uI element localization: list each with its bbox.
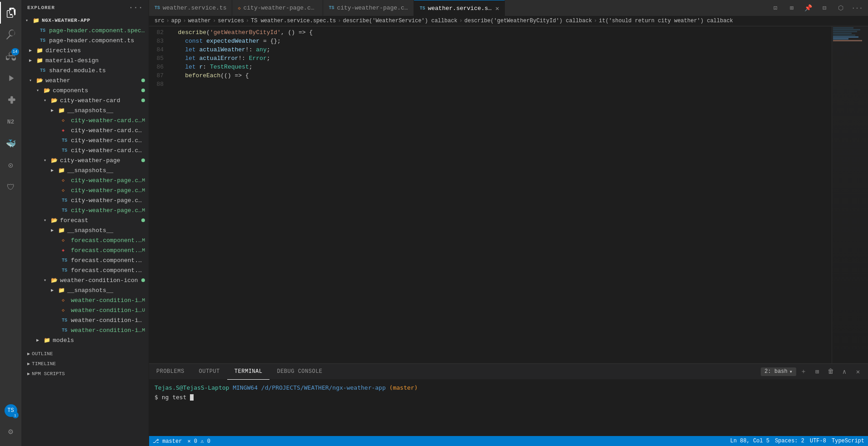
pinned-icon[interactable]: 📌 [801, 1, 815, 15]
settings-icon[interactable]: ⚙ [0, 421, 22, 442]
user-avatar[interactable]: TS 1 [5, 404, 17, 417]
terminal-shell-selector[interactable]: 2: bash ▾ [761, 367, 796, 376]
list-item[interactable]: ▾ 📂 city-weather-page [22, 155, 149, 165]
file-label: city-weather-card.component... [71, 117, 142, 124]
list-item[interactable]: ◇ weather-condition-icon.comp... U [22, 305, 149, 315]
file-label: city-weather-card.component.spec... [71, 137, 145, 144]
list-item[interactable]: ▶ 📁 __snapshots__ [22, 225, 149, 235]
list-item[interactable]: ◇ city-weather-page.compone... M [22, 175, 149, 185]
tab-city-weather-html[interactable]: ◇ city-weather-page.component.html [232, 0, 323, 16]
html-file-icon: ◇ [62, 297, 69, 303]
list-item[interactable]: ◈ city-weather-card.component.scss [22, 125, 149, 135]
sidebar-menu-button[interactable]: ··· [129, 4, 143, 12]
more-options-icon[interactable]: ··· [850, 1, 864, 15]
scss-file-icon: ◈ [62, 128, 69, 133]
search-icon[interactable] [0, 24, 22, 45]
status-cursor-position[interactable]: Ln 88, Col 5 [730, 438, 769, 444]
list-item[interactable]: ◇ forecast.component.html M [22, 235, 149, 245]
folder-icon: 📁 [58, 227, 65, 234]
tab-city-weather-spec[interactable]: TS city-weather-page.component.spec.ts [323, 0, 414, 16]
file-label: forecast.component.html [71, 237, 142, 244]
status-errors[interactable]: ✕ 0 ⚠ 0 [187, 438, 210, 445]
list-item[interactable]: TS city-weather-card.component.ts [22, 145, 149, 155]
tab-terminal[interactable]: TERMINAL [227, 364, 270, 380]
tab-close-button[interactable]: ✕ [495, 5, 499, 12]
modified-badge: M [142, 118, 145, 123]
tab-ts-icon: TS [155, 5, 160, 10]
list-item[interactable]: ◇ weather-condition-icon.com... M [22, 295, 149, 305]
source-control-icon[interactable]: 14 [0, 45, 22, 67]
code-line: let r: TestRequest; [171, 63, 832, 71]
tab-weather-service-ts[interactable]: TS weather.service.ts [149, 0, 232, 16]
remote-icon[interactable]: ⊙ [0, 154, 22, 176]
list-item[interactable]: ▾ 📂 components [22, 85, 149, 95]
code-editor[interactable]: 82 83 84 85 86 87 88 describe('getWeathe… [149, 26, 832, 363]
extensions-icon[interactable] [0, 89, 22, 111]
shield-icon[interactable]: 🛡 [0, 176, 22, 198]
split-terminal-button[interactable]: ⊞ [811, 365, 823, 378]
list-item[interactable]: TS city-weather-page.compone... M [22, 205, 149, 215]
folder-arrow: ▶ [51, 168, 58, 173]
root-arrow: ▾ [25, 18, 33, 23]
list-item[interactable]: TS forecast.component.ts [22, 265, 149, 275]
list-item[interactable]: TS city-weather-page.component.spe... [22, 195, 149, 205]
list-item[interactable]: TS weather-condition-icon.com... M [22, 325, 149, 335]
ts-file-icon: TS [62, 208, 69, 213]
tab-ts-icon: TS [329, 5, 334, 10]
open-editors-icon[interactable]: ⊡ [768, 1, 783, 15]
tab-debug-console[interactable]: DEBUG CONSOLE [269, 364, 329, 380]
list-item[interactable]: ▾ 📂 weather-condition-icon [22, 275, 149, 285]
ts-file-icon: TS [40, 38, 47, 43]
ts-file-icon: TS [62, 318, 69, 323]
list-item[interactable]: ▾ 📂 forecast [22, 215, 149, 225]
split-editor-icon[interactable]: ⊞ [784, 1, 799, 15]
list-item[interactable]: TS weather-condition-icon.componen... [22, 315, 149, 325]
breadcrumb-sep: › [166, 18, 170, 24]
list-item[interactable]: TS page-header.component.ts [22, 35, 149, 45]
list-item[interactable]: ◇ city-weather-page.compone... M [22, 185, 149, 195]
list-item[interactable]: ▾ 📂 weather [22, 75, 149, 85]
terminal-content[interactable]: Tejas.S@TejasS-Laptop MINGW64 /d/PROJECT… [149, 380, 868, 436]
list-item[interactable]: ▾ 📂 city-weather-card [22, 95, 149, 105]
tab-weather-service-spec[interactable]: TS weather.service.spec.ts ✕ [414, 0, 505, 16]
list-item[interactable]: TS shared.module.ts [22, 65, 149, 75]
list-item[interactable]: TS forecast.component.spec.ts [22, 255, 149, 265]
layout-icon[interactable]: ⬡ [833, 1, 848, 15]
list-item[interactable]: ▶ 📁 directives [22, 45, 149, 55]
docker-icon[interactable]: 🐳 [0, 133, 22, 154]
list-item[interactable]: ▶ 📁 models [22, 335, 149, 345]
timeline-section[interactable]: ▶ TIMELINE [22, 359, 149, 369]
status-language[interactable]: TypeScript [832, 438, 864, 444]
list-item[interactable]: TS page-header.component.spec.. [22, 25, 149, 35]
outline-section[interactable]: ▶ OUTLINE [22, 349, 149, 359]
folder-arrow: ▶ [51, 108, 58, 113]
close-panel-button[interactable]: ✕ [852, 365, 864, 378]
modified-dot [141, 79, 145, 82]
tab-problems[interactable]: PROBLEMS [149, 364, 192, 380]
tab-label: weather.service.spec.ts [428, 5, 492, 12]
list-item[interactable]: ▶ 📁 __snapshots__ [22, 285, 149, 295]
tree-root[interactable]: ▾ 📁 NGX-WEATHER-APP [22, 15, 149, 25]
status-encoding[interactable]: UTF-8 [810, 438, 826, 444]
npm-scripts-section[interactable]: ▶ NPM SCRIPTS [22, 369, 149, 379]
run-debug-icon[interactable] [0, 67, 22, 89]
explorer-icon[interactable] [0, 2, 22, 24]
terminal-cursor [190, 394, 194, 401]
modified-dot [141, 159, 145, 162]
n2-icon[interactable]: N2 [0, 111, 22, 133]
toggle-panel-icon[interactable]: ⊟ [817, 1, 832, 15]
status-branch[interactable]: ⎇ master [153, 438, 182, 445]
tab-output[interactable]: OUTPUT [192, 364, 227, 380]
list-item[interactable]: ▶ 📁 material-design [22, 55, 149, 65]
list-item[interactable]: ▶ 📁 __snapshots__ [22, 105, 149, 115]
new-terminal-button[interactable]: ＋ [797, 365, 810, 378]
maximize-panel-button[interactable]: ∧ [838, 365, 851, 378]
list-item[interactable]: ◇ city-weather-card.component... M [22, 115, 149, 125]
kill-terminal-button[interactable]: 🗑 [824, 365, 837, 378]
sidebar: EXPLORER ··· ▾ 📁 NGX-WEATHER-APP TS page… [22, 0, 149, 446]
outline-label: OUTLINE [32, 351, 53, 357]
list-item[interactable]: ▶ 📁 __snapshots__ [22, 165, 149, 175]
list-item[interactable]: ◈ forecast.component.scss M [22, 245, 149, 255]
list-item[interactable]: TS city-weather-card.component.spec... [22, 135, 149, 145]
status-spaces[interactable]: Spaces: 2 [775, 438, 804, 444]
